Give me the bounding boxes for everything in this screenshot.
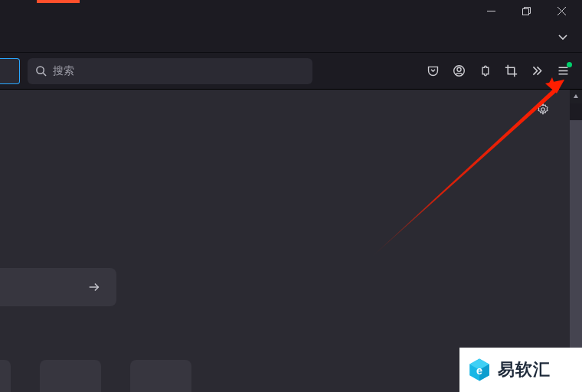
search-placeholder: 搜索 (53, 64, 74, 78)
arrow-right-icon (87, 280, 101, 294)
svg-rect-1 (522, 8, 528, 15)
app-logo-fragment (37, 0, 80, 3)
window-maximize-button[interactable] (508, 0, 544, 21)
puzzle-icon (479, 64, 492, 77)
svg-point-7 (456, 67, 460, 71)
overflow-button[interactable] (524, 58, 550, 84)
page-settings-button[interactable] (531, 98, 554, 121)
window-titlebar (0, 0, 582, 21)
shortcut-tile[interactable] (0, 360, 11, 392)
navigation-toolbar: 搜索 (0, 52, 582, 89)
svg-point-11 (541, 108, 545, 112)
new-tab-page (0, 90, 570, 392)
extensions-button[interactable] (472, 58, 498, 84)
account-button[interactable] (446, 58, 472, 84)
search-icon (35, 65, 47, 77)
search-box[interactable]: 搜索 (28, 58, 312, 84)
maximize-icon (522, 7, 531, 15)
pocket-button[interactable] (420, 58, 446, 84)
pocket-icon (427, 64, 440, 77)
account-icon (453, 64, 466, 77)
watermark-text: 易软汇 (498, 358, 551, 381)
shortcut-tiles (0, 360, 191, 392)
caret-up-icon (573, 93, 579, 100)
content-area (0, 89, 582, 392)
svg-point-4 (37, 67, 44, 74)
shortcut-tile[interactable] (130, 360, 191, 392)
window-close-button[interactable] (544, 0, 579, 21)
watermark-logo-icon: e (467, 358, 492, 382)
gear-icon (536, 103, 550, 116)
tab-strip (0, 21, 582, 52)
svg-marker-13 (574, 94, 578, 98)
svg-line-5 (43, 73, 46, 76)
nav-button-fragment[interactable] (0, 58, 20, 84)
close-icon (557, 7, 566, 15)
crop-icon (505, 64, 518, 77)
app-menu-button[interactable] (550, 58, 576, 84)
minimize-icon (487, 7, 495, 15)
notification-dot-icon (567, 62, 572, 67)
screenshot-button[interactable] (498, 58, 524, 84)
shortcut-tile[interactable] (40, 360, 101, 392)
window-minimize-button[interactable] (473, 0, 508, 21)
list-tabs-button[interactable] (551, 25, 574, 48)
double-chevron-right-icon (531, 64, 544, 77)
svg-text:e: e (476, 364, 482, 377)
watermark: e 易软汇 (459, 348, 582, 392)
chevron-down-icon (557, 31, 568, 42)
search-go-button[interactable] (0, 268, 116, 306)
scrollbar-up-button[interactable] (570, 90, 582, 103)
